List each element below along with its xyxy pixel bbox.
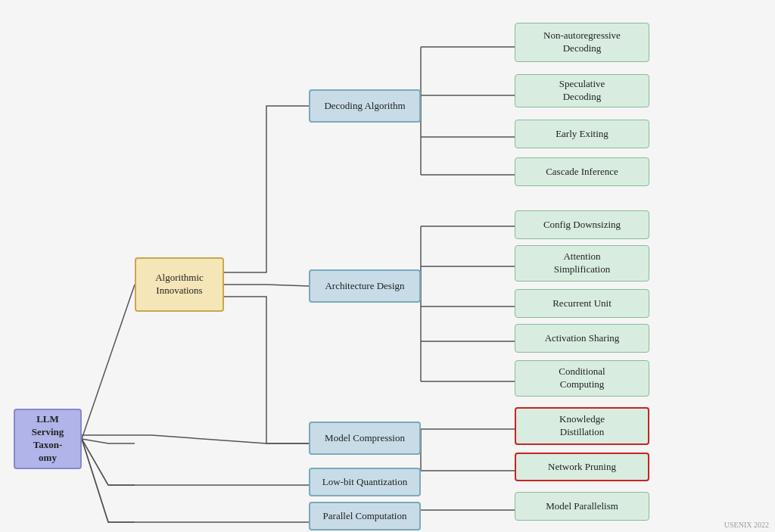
node-parallel-computation: Parallel Computation [309,502,421,530]
parallel-label: Parallel Computation [323,510,407,523]
lowbit-label: Low-bit Quantization [322,476,407,489]
compression-label: Model Compression [325,432,405,445]
node-lowbit-quantization: Low-bit Quantization [309,468,421,496]
activation-label: Activation Sharing [545,332,620,345]
node-decoding-algorithm: Decoding Algorithm [309,89,421,123]
recurrent-label: Recurrent Unit [552,297,612,310]
node-network-pruning: Network Pruning [515,453,649,481]
node-recurrent-unit: Recurrent Unit [515,289,649,318]
alg-label: Algorithmic Innovations [155,272,204,297]
attention-label: Attention Simplification [554,250,610,276]
node-non-autoregressive: Non-autoregressive Decoding [515,23,649,62]
node-architecture-design: Architecture Design [309,269,421,303]
node-knowledge-distillation: Knowledge Distillation [515,407,649,445]
node-cascade-inference: Cascade Inference [515,157,649,186]
speculative-label: Speculative Decoding [559,78,605,104]
node-config-downsizing: Config Downsizing [515,210,649,239]
node-activation-sharing: Activation Sharing [515,324,649,353]
node-early-exiting: Early Exiting [515,120,649,148]
diagram-container: LLM Serving Taxon- omy Algorithmic Innov… [0,0,775,532]
early-exit-label: Early Exiting [556,128,608,141]
non-auto-label: Non-autoregressive Decoding [543,30,621,55]
pruning-label: Network Pruning [548,461,616,474]
svg-line-0 [82,285,135,439]
config-label: Config Downsizing [543,219,621,232]
node-algorithmic-innovations: Algorithmic Innovations [135,257,224,312]
knowledge-label: Knowledge Distillation [559,413,605,439]
cascade-label: Cascade Inference [546,166,618,179]
conditional-label: Conditional Computing [559,366,605,391]
root-label: LLM Serving Taxon- omy [32,413,64,465]
node-model-compression: Model Compression [309,422,421,455]
node-speculative-decoding: Speculative Decoding [515,74,649,107]
model-parallelism-label: Model Parallelism [546,500,618,513]
node-root: LLM Serving Taxon- omy [14,409,82,469]
decoding-label: Decoding Algorithm [324,100,405,113]
node-attention-simplification: Attention Simplification [515,245,649,282]
node-model-parallelism: Model Parallelism [515,492,649,521]
watermark: USENIX 2022 [724,521,769,529]
node-conditional-computing: Conditional Computing [515,360,649,397]
arch-label: Architecture Design [325,280,404,293]
